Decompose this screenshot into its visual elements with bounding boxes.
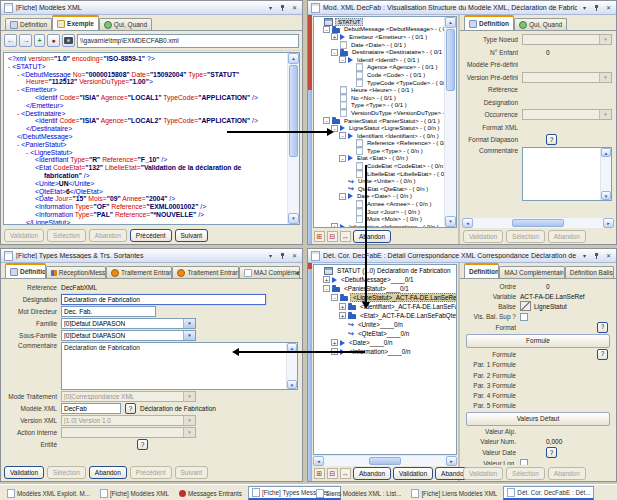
scroll-down-icon[interactable]: ▼ [601,191,611,200]
textarea-scrollbar[interactable]: ▲▼ [600,148,611,200]
scrollbar-thumb[interactable] [289,65,298,157]
tree-item[interactable]: ↪<Unite>____0/n [314,320,456,329]
snapshot-button[interactable] [62,34,75,47]
add-button[interactable]: + [34,34,45,47]
tree-item[interactable]: LibelleEtat <LibelleEtat> - ( 0/n ) [314,170,444,178]
expand-toggle-icon[interactable]: - [339,132,346,139]
tree-item[interactable]: VersionDuType <VersionDuType> - ( 0/1 ) [314,109,444,117]
tree-item[interactable]: STATUT (1.0) Déclaration de Fabrication [314,266,456,275]
commentaire-textarea[interactable] [523,148,600,200]
tree-item[interactable]: Jour <Jour> - ( 0/n ) [314,208,444,216]
tab-qui-quand[interactable]: Qui, Quand [99,18,152,30]
taskbar-item-liens-mod-les-xml-list[interactable]: Liens Modèles XML : List... [312,487,405,500]
expand-toggle-icon[interactable]: - [323,117,330,124]
taskbar-item-fiche-liens-mod-les-xml[interactable]: [Fiche] Liens Modèles XML [407,487,501,500]
close-icon[interactable]: ✕ [290,251,299,260]
format-lookup-button[interactable]: ? [597,322,608,333]
formule-lookup-button[interactable]: ? [597,349,608,360]
horizontal-scrollbar[interactable]: ◄ ► [462,218,614,228]
tree-item[interactable]: +<Etat>_ACT-FA-DE.LanSeFabQteDec_N__0/n [314,311,456,320]
scroll-up-icon[interactable]: ▲ [601,148,611,157]
taskbar-item-fiche-mod-les-xml[interactable]: [Fiche] Modèles XML [96,487,173,500]
tab-maj-compl-mentaires[interactable]: MAJ Complémentaires [499,266,564,278]
close-icon[interactable]: ✕ [604,3,613,12]
expand-toggle-icon[interactable]: - [339,193,346,200]
tree-item[interactable]: Annee <Annee> - ( 0/n ) [314,200,444,208]
taskbar-item-messages-entrants[interactable]: Messages Entrants [175,488,246,499]
expand-all-icon[interactable]: ⊞ [314,468,325,479]
tree-item[interactable]: ↪Unite <Unite> - ( 0/n ) [314,177,444,185]
tree-item[interactable]: +<Date>____0/n [314,338,456,347]
entit-lookup-button[interactable]: ? [137,439,148,450]
tree-item[interactable]: -<PanierStatut>____0/1 [314,284,456,293]
abandon-button[interactable]: Abandon [89,466,127,479]
expand-toggle-icon[interactable]: - [331,294,338,301]
scrollbar-thumb[interactable] [512,219,564,227]
mod-le-xml-lookup-button[interactable]: ? [125,403,136,414]
tab-d-finition[interactable]: Définition [464,15,514,30]
collapse-all-icon[interactable]: ⊟ [327,231,338,242]
expand-toggle-icon[interactable]: + [331,339,338,346]
tab-qui-quand[interactable]: Qui, Quand [514,18,567,30]
tree-item[interactable]: -PanierStatut <PanierStatut> - ( 0/1 ) [314,117,444,125]
tree-item[interactable]: +<DebutMessage>____0/1 [314,275,456,284]
close-icon[interactable]: ✕ [604,251,613,260]
tree-item[interactable]: No <No> - ( 0/1 ) [314,94,444,102]
scroll-down-icon[interactable]: ▼ [287,380,297,389]
scroll-down-icon[interactable]: ▼ [445,216,456,227]
commentaire-textarea[interactable]: Déclaration de Fabrication [62,343,286,389]
tree-item[interactable]: Heure <Heure> - ( 0/1 ) [314,86,444,94]
scroll-right-icon[interactable]: ► [446,456,457,466]
abandon-button[interactable]: Abandon [353,230,391,243]
tree-item[interactable]: -Destinataire <Destinataire> - ( 0/1 ) [314,48,444,56]
validation-button[interactable]: Validation [393,467,433,480]
tree-item[interactable]: -<LigneStatut>_ACT-FA-DE.LanSeRef_C__0/n [314,293,456,302]
validation-button[interactable]: Validation [4,466,44,479]
chevron-down-icon[interactable]: ▾ [580,251,589,260]
d-signation-input[interactable]: Déclaration de Fabrication [61,294,266,305]
tree-item[interactable]: ↪QteEtat <QteEtat> - ( 0/n ) [314,185,444,193]
tree-item[interactable]: -Date <Date> - ( 0/n ) [314,193,444,201]
tree-item[interactable]: STATUT [314,18,444,26]
stop-button[interactable]: ● [47,34,60,47]
tree-vertical-scrollbar[interactable]: ▲ ▼ [444,17,456,227]
tree-horizontal-scrollbar[interactable]: ◄ ► [313,456,457,466]
tree-item[interactable]: Type <Type> - ( 0/n ) [314,147,444,155]
expand-toggle-icon[interactable]: - [339,155,346,162]
tree-item[interactable]: +<Identifiant>_ACT-FA-DE.LanSeFabOF_C__0… [314,302,456,311]
expand-toggle-icon[interactable]: + [323,276,330,283]
scrollbar-thumb[interactable] [446,29,455,91]
tab-traitement-entrant-2[interactable]: Traitement Entrant (2) [172,266,238,278]
tree-item[interactable]: +Information <Information> - ( 0/n ) [314,223,444,227]
fit-width-icon[interactable]: ↔ [340,468,351,479]
tree-item[interactable]: CodeEtat <CodeEtat> - ( 0/n ) [314,162,444,170]
back-button[interactable]: ← [4,34,17,47]
scroll-left-icon[interactable]: ◄ [462,218,473,228]
pin-icon[interactable] [278,3,287,12]
tab-d-finition-balise[interactable]: Définition Balise [565,266,614,278]
scroll-up-icon[interactable]: ▲ [288,53,299,64]
tree-item[interactable]: TypeCode <TypeCode> - ( 0/1 ) [314,79,444,87]
tab-d-finition[interactable]: Définition [464,263,499,278]
scroll-down-icon[interactable]: ▼ [288,213,299,224]
tree-item[interactable]: Reference <Reference> - ( 0/n ) [314,140,444,148]
tree-item[interactable]: Mois <Mois> - ( 0/n ) [314,215,444,223]
close-icon[interactable]: ✕ [290,3,299,12]
chevron-down-icon[interactable]: ▾ [580,3,589,12]
tree-item[interactable]: Agence <Agence> - ( 0/1 ) [314,64,444,72]
expand-toggle-icon[interactable]: - [323,285,330,292]
tree-item[interactable]: +Emetteur <Emetteur> - ( 0/1 ) [314,33,444,41]
pr-c-dent-button[interactable]: Précédent [130,229,172,242]
pin-icon[interactable] [592,3,601,12]
vis-bal-sup-checkbox[interactable] [520,313,528,321]
expand-toggle-icon[interactable]: - [323,26,330,33]
expand-toggle-icon[interactable]: + [339,312,346,319]
tab-d-finition[interactable]: Définition [5,18,52,30]
tree-item[interactable]: ↪<QteEtat>____0/n [314,329,456,338]
expand-toggle-icon[interactable]: - [331,49,338,56]
famille-select[interactable]: [0]Défaut DIAPASON▼ [61,318,196,329]
sous-famille-select[interactable]: [0]Défaut DIAPASON▼ [61,330,196,341]
tab-scroll-left-icon[interactable]: ◄ [294,270,300,276]
scrollbar-thumb[interactable] [369,457,401,465]
mot-directeur-input[interactable]: Dec. Fab. [61,306,156,317]
